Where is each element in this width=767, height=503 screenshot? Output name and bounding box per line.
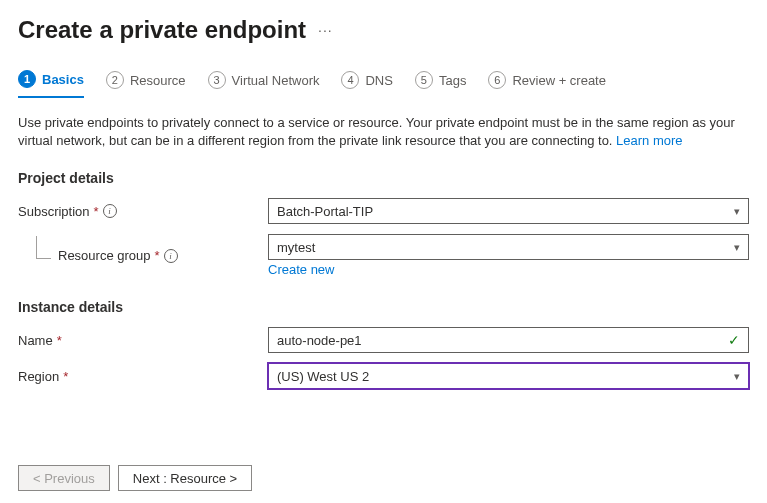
tab-basics[interactable]: 1 Basics <box>18 66 84 98</box>
region-select[interactable]: (US) West US 2 ▾ <box>268 363 749 389</box>
tab-label: Basics <box>42 72 84 87</box>
subscription-label: Subscription * i <box>18 204 268 219</box>
step-number: 4 <box>341 71 359 89</box>
step-number: 1 <box>18 70 36 88</box>
tab-label: Resource <box>130 73 186 88</box>
check-icon: ✓ <box>728 332 740 348</box>
resource-group-label: Resource group * i <box>18 248 268 263</box>
subscription-select[interactable]: Batch-Portal-TIP ▾ <box>268 198 749 224</box>
step-number: 5 <box>415 71 433 89</box>
previous-button: < Previous <box>18 465 110 491</box>
select-value: mytest <box>277 240 315 255</box>
instance-details-section: Instance details Name * auto-node-pe1 ✓ … <box>18 299 749 389</box>
info-icon[interactable]: i <box>103 204 117 218</box>
section-heading: Instance details <box>18 299 749 315</box>
required-asterisk: * <box>94 204 99 219</box>
required-asterisk: * <box>63 369 68 384</box>
create-new-link[interactable]: Create new <box>268 262 334 277</box>
required-asterisk: * <box>155 248 160 263</box>
page-header: Create a private endpoint ··· <box>18 16 749 44</box>
project-details-section: Project details Subscription * i Batch-P… <box>18 170 749 277</box>
label-text: Name <box>18 333 53 348</box>
next-button[interactable]: Next : Resource > <box>118 465 252 491</box>
chevron-down-icon: ▾ <box>734 241 740 254</box>
chevron-down-icon: ▾ <box>734 205 740 218</box>
label-text: Subscription <box>18 204 90 219</box>
tab-virtual-network[interactable]: 3 Virtual Network <box>208 67 320 97</box>
intro-text: Use private endpoints to privately conne… <box>18 114 749 150</box>
resource-group-select[interactable]: mytest ▾ <box>268 234 749 260</box>
select-value: (US) West US 2 <box>277 369 369 384</box>
learn-more-link[interactable]: Learn more <box>616 133 682 148</box>
tab-label: DNS <box>365 73 392 88</box>
step-number: 2 <box>106 71 124 89</box>
region-label: Region * <box>18 369 268 384</box>
required-asterisk: * <box>57 333 62 348</box>
page-title: Create a private endpoint <box>18 16 306 44</box>
subscription-row: Subscription * i Batch-Portal-TIP ▾ <box>18 198 749 224</box>
tab-label: Virtual Network <box>232 73 320 88</box>
step-number: 6 <box>488 71 506 89</box>
info-icon[interactable]: i <box>164 249 178 263</box>
more-icon[interactable]: ··· <box>318 22 333 38</box>
wizard-footer: < Previous Next : Resource > <box>18 465 252 491</box>
tab-label: Review + create <box>512 73 606 88</box>
chevron-down-icon: ▾ <box>734 370 740 383</box>
tab-review-create[interactable]: 6 Review + create <box>488 67 606 97</box>
label-text: Region <box>18 369 59 384</box>
input-value: auto-node-pe1 <box>277 333 362 348</box>
select-value: Batch-Portal-TIP <box>277 204 373 219</box>
tab-tags[interactable]: 5 Tags <box>415 67 466 97</box>
section-heading: Project details <box>18 170 749 186</box>
tab-label: Tags <box>439 73 466 88</box>
region-row: Region * (US) West US 2 ▾ <box>18 363 749 389</box>
step-number: 3 <box>208 71 226 89</box>
resource-group-row: Resource group * i mytest ▾ Create new <box>18 234 749 277</box>
name-label: Name * <box>18 333 268 348</box>
name-input[interactable]: auto-node-pe1 ✓ <box>268 327 749 353</box>
tab-resource[interactable]: 2 Resource <box>106 67 186 97</box>
wizard-tabs: 1 Basics 2 Resource 3 Virtual Network 4 … <box>18 66 749 98</box>
label-text: Resource group <box>58 248 151 263</box>
tab-dns[interactable]: 4 DNS <box>341 67 392 97</box>
name-row: Name * auto-node-pe1 ✓ <box>18 327 749 353</box>
